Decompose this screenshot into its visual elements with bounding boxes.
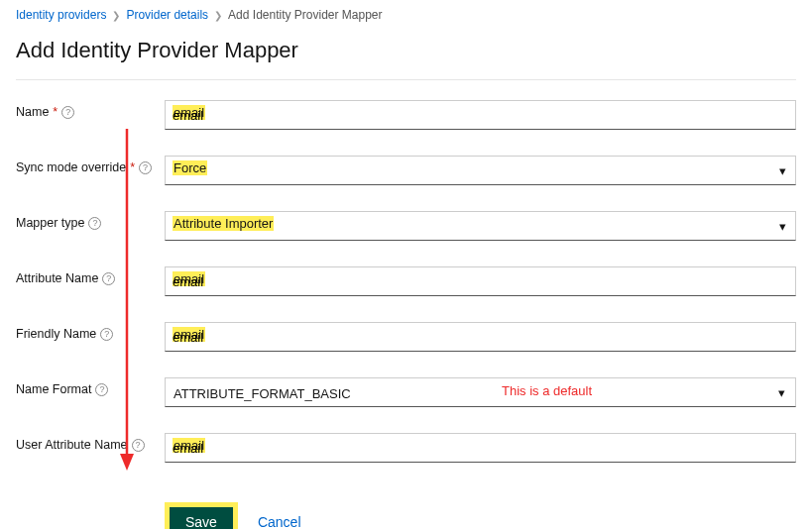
label-mapper-type: Mapper type ?: [16, 211, 165, 230]
name-format-value: ATTRIBUTE_FORMAT_BASIC: [174, 386, 351, 401]
help-icon[interactable]: ?: [100, 328, 113, 341]
name-format-select[interactable]: ATTRIBUTE_FORMAT_BASIC ▾: [165, 377, 796, 407]
help-icon[interactable]: ?: [95, 383, 108, 396]
label-name-format: Name Format ?: [16, 377, 165, 396]
chevron-right-icon: ❯: [112, 10, 120, 21]
help-icon[interactable]: ?: [132, 439, 145, 452]
name-input[interactable]: [165, 100, 796, 130]
friendly-name-input[interactable]: [165, 322, 796, 352]
help-icon[interactable]: ?: [61, 106, 74, 119]
label-friendly-name: Friendly Name ?: [16, 322, 165, 341]
label-name: Name* ?: [16, 100, 165, 119]
help-icon[interactable]: ?: [102, 272, 115, 285]
mapper-type-select[interactable]: Attribute Importer Attribute Importer ▾: [165, 211, 796, 241]
label-user-attribute-name: User Attribute Name ?: [16, 433, 165, 452]
cancel-link[interactable]: Cancel: [258, 514, 301, 529]
label-sync-mode: Sync mode override* ?: [16, 156, 165, 174]
breadcrumb-identity-providers[interactable]: Identity providers: [16, 8, 106, 22]
attribute-name-input[interactable]: [165, 266, 796, 296]
breadcrumb-current: Add Identity Provider Mapper: [228, 8, 382, 22]
breadcrumb-provider-details[interactable]: Provider details: [126, 8, 208, 22]
page-title: Add Identity Provider Mapper: [16, 38, 796, 63]
help-icon[interactable]: ?: [139, 161, 152, 174]
help-icon[interactable]: ?: [88, 217, 101, 230]
divider: [16, 79, 796, 80]
breadcrumb: Identity providers ❯ Provider details ❯ …: [16, 8, 796, 22]
user-attribute-name-input[interactable]: [165, 433, 796, 463]
save-button[interactable]: Save: [170, 507, 233, 529]
chevron-right-icon: ❯: [214, 10, 222, 21]
highlight: Save: [165, 502, 238, 529]
sync-mode-select[interactable]: Force Force ▾: [165, 156, 796, 185]
label-attribute-name: Attribute Name ?: [16, 266, 165, 285]
